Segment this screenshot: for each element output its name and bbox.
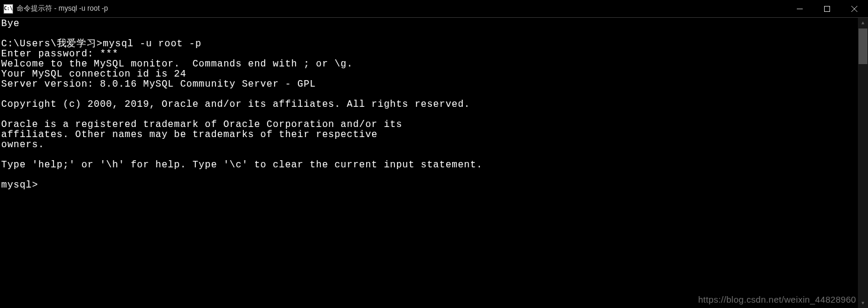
close-icon xyxy=(851,6,857,12)
scrollbar-thumb[interactable] xyxy=(859,28,867,64)
maximize-button[interactable] xyxy=(813,0,841,17)
minimize-button[interactable] xyxy=(786,0,813,17)
minimize-icon xyxy=(797,6,803,12)
terminal-output[interactable]: Bye C:\Users\我爱学习>mysql -u root -p Enter… xyxy=(0,18,858,308)
maximize-icon xyxy=(824,6,830,12)
vertical-scrollbar[interactable]: ▲ ▼ xyxy=(858,18,868,308)
content-area: Bye C:\Users\我爱学习>mysql -u root -p Enter… xyxy=(0,18,868,308)
window-titlebar: C:\ 命令提示符 - mysql -u root -p xyxy=(0,0,868,18)
window-title: 命令提示符 - mysql -u root -p xyxy=(17,4,108,14)
cmd-icon: C:\ xyxy=(4,4,13,14)
titlebar-left: C:\ 命令提示符 - mysql -u root -p xyxy=(4,4,108,14)
window-controls xyxy=(786,0,868,17)
svg-rect-1 xyxy=(825,6,830,11)
close-button[interactable] xyxy=(841,0,868,17)
watermark-text: https://blog.csdn.net/weixin_44828960 xyxy=(698,294,856,304)
scroll-down-arrow[interactable]: ▼ xyxy=(858,298,868,308)
scroll-up-arrow[interactable]: ▲ xyxy=(858,18,868,28)
